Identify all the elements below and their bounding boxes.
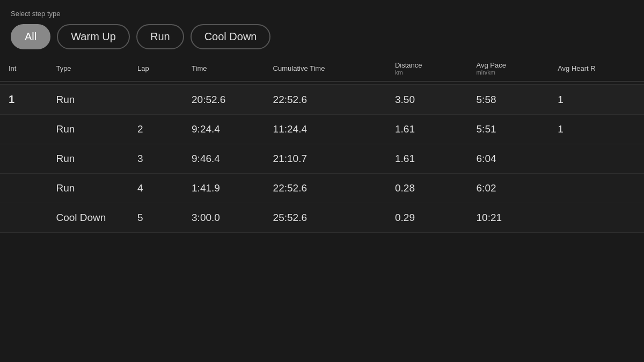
- cell-cumtime: 22:52.6: [265, 85, 386, 115]
- table-row: Cool Down 5 3:00.0 25:52.6 0.29 10:21: [0, 203, 644, 233]
- table-header-row: Int Type Lap Time Cumulative Time Distan…: [0, 56, 644, 82]
- cell-pace: 6:04: [468, 144, 550, 174]
- table-row: Run 3 9:46.4 21:10.7 1.61 6:04: [0, 144, 644, 174]
- cell-dist: 3.50: [386, 85, 468, 115]
- cell-pace: 5:58: [468, 85, 550, 115]
- filter-btn-warmup[interactable]: Warm Up: [57, 24, 130, 49]
- col-header-lap: Lap: [129, 56, 183, 82]
- cell-type: Cool Down: [47, 203, 129, 233]
- cell-dist: 1.61: [386, 115, 468, 144]
- cell-hr: [549, 203, 644, 233]
- cell-cumtime: 21:10.7: [265, 144, 386, 174]
- cell-hr: 1: [549, 85, 644, 115]
- cell-hr: 1: [549, 115, 644, 144]
- cell-type: Run: [47, 174, 129, 203]
- filter-buttons: All Warm Up Run Cool Down: [11, 24, 633, 49]
- filter-btn-run[interactable]: Run: [136, 24, 184, 49]
- cell-type: Run: [47, 144, 129, 174]
- filter-btn-cooldown[interactable]: Cool Down: [191, 24, 271, 49]
- cell-int: [0, 174, 47, 203]
- col-header-time: Time: [183, 56, 265, 82]
- cell-cumtime: 25:52.6: [265, 203, 386, 233]
- filter-btn-all[interactable]: All: [11, 24, 50, 49]
- cell-hr: [549, 174, 644, 203]
- cell-type: Run: [47, 85, 129, 115]
- cell-int: 1: [0, 85, 47, 115]
- cell-int: [0, 203, 47, 233]
- cell-type: Run: [47, 115, 129, 144]
- cell-cumtime: 11:24.4: [265, 115, 386, 144]
- cell-time: 9:24.4: [183, 115, 265, 144]
- col-header-dist: Distance km: [386, 56, 468, 82]
- col-header-hr: Avg Heart R: [549, 56, 644, 82]
- cell-time: 1:41.9: [183, 174, 265, 203]
- table-row: 1 Run 20:52.6 22:52.6 3.50 5:58 1: [0, 85, 644, 115]
- filter-section: Select step type All Warm Up Run Cool Do…: [0, 0, 644, 56]
- cell-lap: 2: [129, 115, 183, 144]
- cell-int: [0, 144, 47, 174]
- cell-dist: 0.29: [386, 203, 468, 233]
- cell-time: 3:00.0: [183, 203, 265, 233]
- cell-pace: 10:21: [468, 203, 550, 233]
- filter-label: Select step type: [11, 10, 633, 18]
- table-container: Int Type Lap Time Cumulative Time Distan…: [0, 56, 644, 233]
- cell-hr: [549, 144, 644, 174]
- cell-pace: 6:02: [468, 174, 550, 203]
- cell-dist: 0.28: [386, 174, 468, 203]
- cell-lap: 3: [129, 144, 183, 174]
- col-header-type: Type: [47, 56, 129, 82]
- col-header-int: Int: [0, 56, 47, 82]
- cell-lap: [129, 85, 183, 115]
- cell-lap: 4: [129, 174, 183, 203]
- col-header-pace: Avg Pace min/km: [468, 56, 550, 82]
- table-row: Run 4 1:41.9 22:52.6 0.28 6:02: [0, 174, 644, 203]
- table-row: Run 2 9:24.4 11:24.4 1.61 5:51 1: [0, 115, 644, 144]
- cell-int: [0, 115, 47, 144]
- laps-table: Int Type Lap Time Cumulative Time Distan…: [0, 56, 644, 233]
- cell-cumtime: 22:52.6: [265, 174, 386, 203]
- cell-lap: 5: [129, 203, 183, 233]
- cell-dist: 1.61: [386, 144, 468, 174]
- col-header-cumtime: Cumulative Time: [265, 56, 386, 82]
- cell-pace: 5:51: [468, 115, 550, 144]
- cell-time: 20:52.6: [183, 85, 265, 115]
- cell-time: 9:46.4: [183, 144, 265, 174]
